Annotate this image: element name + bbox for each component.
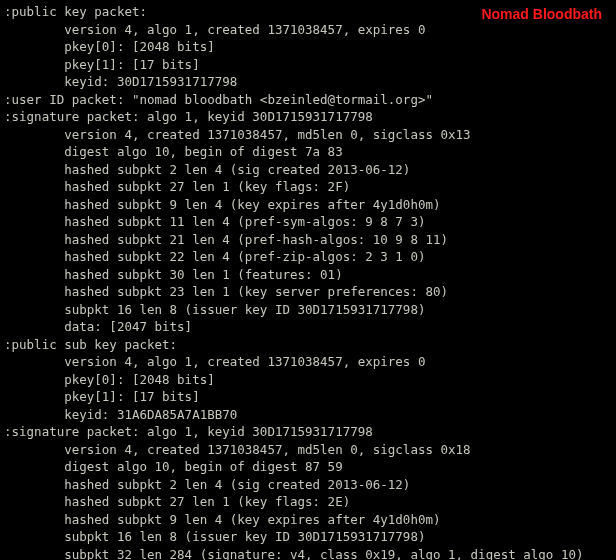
terminal-line: hashed subpkt 27 len 1 (key flags: 2F) [4, 178, 616, 196]
terminal-line: digest algo 10, begin of digest 87 59 [4, 458, 616, 476]
terminal-line: version 4, created 1371038457, md5len 0,… [4, 126, 616, 144]
terminal-line: :public sub key packet: [4, 336, 616, 354]
terminal-line: :signature packet: algo 1, keyid 30D1715… [4, 423, 616, 441]
terminal-line: pkey[1]: [17 bits] [4, 388, 616, 406]
title-badge: Nomad Bloodbath [481, 6, 602, 24]
terminal-line: keyid: 30D1715931717798 [4, 73, 616, 91]
terminal-line: pkey[0]: [2048 bits] [4, 371, 616, 389]
terminal-line: pkey[1]: [17 bits] [4, 56, 616, 74]
terminal-line: subpkt 16 len 8 (issuer key ID 30D171593… [4, 301, 616, 319]
terminal-line: hashed subpkt 11 len 4 (pref-sym-algos: … [4, 213, 616, 231]
terminal-line: hashed subpkt 30 len 1 (features: 01) [4, 266, 616, 284]
terminal-line: hashed subpkt 23 len 1 (key server prefe… [4, 283, 616, 301]
terminal-line: hashed subpkt 27 len 1 (key flags: 2E) [4, 493, 616, 511]
terminal-line: version 4, algo 1, created 1371038457, e… [4, 353, 616, 371]
terminal-line: hashed subpkt 22 len 4 (pref-zip-algos: … [4, 248, 616, 266]
terminal-output: :public key packet: version 4, algo 1, c… [0, 0, 616, 560]
terminal-line: pkey[0]: [2048 bits] [4, 38, 616, 56]
terminal-line: :signature packet: algo 1, keyid 30D1715… [4, 108, 616, 126]
terminal-line: hashed subpkt 2 len 4 (sig created 2013-… [4, 161, 616, 179]
terminal-line: keyid: 31A6DA85A7A1BB70 [4, 406, 616, 424]
terminal-line: hashed subpkt 9 len 4 (key expires after… [4, 196, 616, 214]
terminal-line: subpkt 16 len 8 (issuer key ID 30D171593… [4, 528, 616, 546]
terminal-line: data: [2047 bits] [4, 318, 616, 336]
terminal-line: version 4, created 1371038457, md5len 0,… [4, 441, 616, 459]
terminal-line: digest algo 10, begin of digest 7a 83 [4, 143, 616, 161]
terminal-line: :user ID packet: "nomad bloodbath <bzein… [4, 91, 616, 109]
terminal-line: hashed subpkt 9 len 4 (key expires after… [4, 511, 616, 529]
terminal-line: hashed subpkt 21 len 4 (pref-hash-algos:… [4, 231, 616, 249]
terminal-line: subpkt 32 len 284 (signature: v4, class … [4, 546, 616, 561]
terminal-line: hashed subpkt 2 len 4 (sig created 2013-… [4, 476, 616, 494]
